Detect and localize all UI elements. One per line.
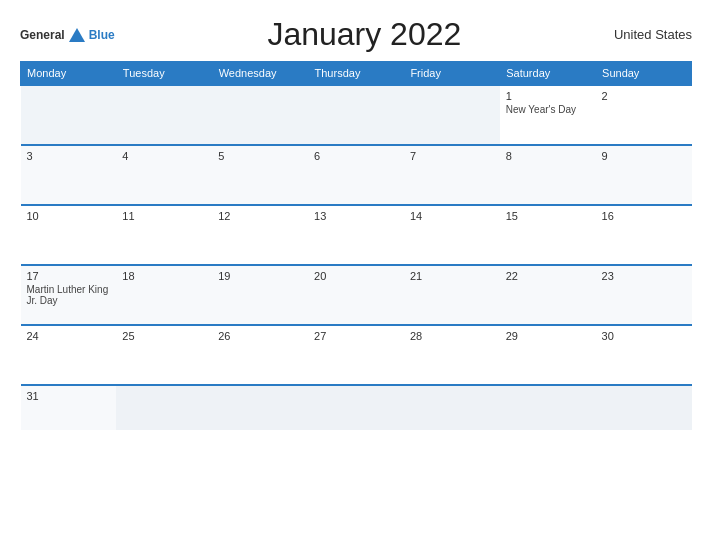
day-number: 14 [410, 210, 494, 222]
calendar-day-cell [21, 85, 117, 145]
calendar-week-row: 31 [21, 385, 692, 430]
calendar-day-cell: 26 [212, 325, 308, 385]
calendar-day-cell: 31 [21, 385, 117, 430]
calendar-day-cell: 10 [21, 205, 117, 265]
calendar-day-cell [212, 385, 308, 430]
logo-triangle-icon [69, 28, 85, 42]
day-number: 19 [218, 270, 302, 282]
calendar-day-cell: 15 [500, 205, 596, 265]
day-number: 1 [506, 90, 590, 102]
calendar-day-cell: 7 [404, 145, 500, 205]
calendar-day-cell: 19 [212, 265, 308, 325]
calendar-day-cell: 24 [21, 325, 117, 385]
header: General Blue January 2022 United States [20, 16, 692, 53]
day-number: 26 [218, 330, 302, 342]
calendar-day-cell: 13 [308, 205, 404, 265]
calendar-day-cell: 17Martin Luther King Jr. Day [21, 265, 117, 325]
calendar-week-row: 24252627282930 [21, 325, 692, 385]
logo-general-text: General [20, 28, 65, 42]
calendar-table: MondayTuesdayWednesdayThursdayFridaySatu… [20, 61, 692, 430]
calendar-day-cell: 12 [212, 205, 308, 265]
calendar-day-cell: 2 [596, 85, 692, 145]
calendar-day-cell: 21 [404, 265, 500, 325]
calendar-day-cell: 29 [500, 325, 596, 385]
day-event: New Year's Day [506, 104, 590, 115]
calendar-day-cell [212, 85, 308, 145]
calendar-day-cell [596, 385, 692, 430]
day-number: 2 [602, 90, 686, 102]
day-number: 31 [27, 390, 111, 402]
calendar-week-row: 3456789 [21, 145, 692, 205]
day-event: Martin Luther King Jr. Day [27, 284, 111, 306]
calendar-title: January 2022 [115, 16, 614, 53]
weekday-header-cell: Wednesday [212, 62, 308, 86]
calendar-day-cell [308, 85, 404, 145]
calendar-day-cell: 3 [21, 145, 117, 205]
calendar-day-cell [116, 385, 212, 430]
day-number: 10 [27, 210, 111, 222]
calendar-day-cell [404, 385, 500, 430]
logo: General Blue [20, 28, 115, 42]
calendar-week-row: 1New Year's Day2 [21, 85, 692, 145]
day-number: 16 [602, 210, 686, 222]
day-number: 22 [506, 270, 590, 282]
calendar-day-cell: 27 [308, 325, 404, 385]
calendar-page: General Blue January 2022 United States … [0, 0, 712, 550]
calendar-day-cell [500, 385, 596, 430]
day-number: 24 [27, 330, 111, 342]
day-number: 23 [602, 270, 686, 282]
weekday-header-cell: Saturday [500, 62, 596, 86]
calendar-day-cell [308, 385, 404, 430]
calendar-day-cell: 5 [212, 145, 308, 205]
calendar-day-cell: 14 [404, 205, 500, 265]
calendar-day-cell: 9 [596, 145, 692, 205]
calendar-day-cell: 18 [116, 265, 212, 325]
calendar-day-cell: 8 [500, 145, 596, 205]
day-number: 20 [314, 270, 398, 282]
day-number: 3 [27, 150, 111, 162]
calendar-week-row: 10111213141516 [21, 205, 692, 265]
day-number: 5 [218, 150, 302, 162]
day-number: 29 [506, 330, 590, 342]
day-number: 13 [314, 210, 398, 222]
day-number: 4 [122, 150, 206, 162]
day-number: 15 [506, 210, 590, 222]
logo-blue-text: Blue [89, 28, 115, 42]
calendar-day-cell: 16 [596, 205, 692, 265]
day-number: 9 [602, 150, 686, 162]
weekday-header-cell: Tuesday [116, 62, 212, 86]
calendar-day-cell: 11 [116, 205, 212, 265]
weekday-header-cell: Sunday [596, 62, 692, 86]
weekday-header-cell: Friday [404, 62, 500, 86]
calendar-day-cell [404, 85, 500, 145]
day-number: 25 [122, 330, 206, 342]
country-label: United States [614, 27, 692, 42]
calendar-day-cell: 6 [308, 145, 404, 205]
calendar-day-cell: 25 [116, 325, 212, 385]
day-number: 27 [314, 330, 398, 342]
weekday-header-cell: Monday [21, 62, 117, 86]
day-number: 17 [27, 270, 111, 282]
calendar-day-cell: 23 [596, 265, 692, 325]
day-number: 28 [410, 330, 494, 342]
calendar-day-cell: 1New Year's Day [500, 85, 596, 145]
day-number: 30 [602, 330, 686, 342]
day-number: 21 [410, 270, 494, 282]
day-number: 11 [122, 210, 206, 222]
calendar-day-cell: 4 [116, 145, 212, 205]
weekday-header-row: MondayTuesdayWednesdayThursdayFridaySatu… [21, 62, 692, 86]
calendar-week-row: 17Martin Luther King Jr. Day181920212223 [21, 265, 692, 325]
day-number: 18 [122, 270, 206, 282]
calendar-day-cell [116, 85, 212, 145]
day-number: 8 [506, 150, 590, 162]
calendar-day-cell: 20 [308, 265, 404, 325]
calendar-day-cell: 28 [404, 325, 500, 385]
calendar-day-cell: 22 [500, 265, 596, 325]
calendar-day-cell: 30 [596, 325, 692, 385]
day-number: 7 [410, 150, 494, 162]
weekday-header-cell: Thursday [308, 62, 404, 86]
day-number: 6 [314, 150, 398, 162]
day-number: 12 [218, 210, 302, 222]
